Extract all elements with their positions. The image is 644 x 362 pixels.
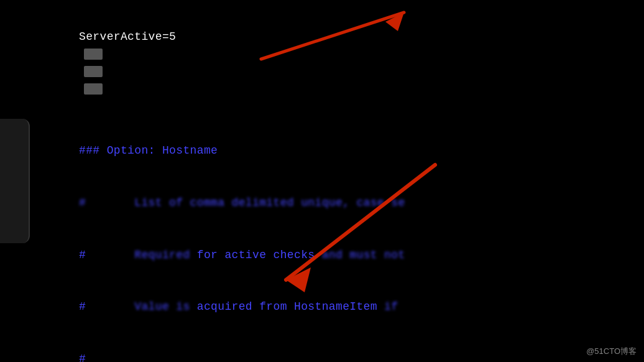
- value-text: # Value is acquired from HostnameItem if: [79, 300, 398, 313]
- required-text: # Required for active checks and must no…: [79, 249, 405, 261]
- redact-block-1: [84, 49, 103, 60]
- code-line-required: # Required for active checks and must no…: [37, 230, 644, 282]
- watermark: @51CTO博客: [586, 346, 637, 357]
- code-line-value: # Value is acquired from HostnameItem if: [37, 281, 644, 333]
- code-line-option-hostname: ### Option: Hostname: [37, 125, 644, 177]
- serveractive-text: ServerActive=5: [79, 30, 176, 43]
- code-line-hash: #: [37, 333, 644, 362]
- redact-block-3: [84, 83, 103, 95]
- main-screen: ServerActive=5 ### Option: Hostname # Li…: [0, 0, 644, 362]
- redact-block-2: [84, 66, 103, 77]
- hash-text: #: [79, 353, 86, 362]
- gap1: [37, 115, 644, 125]
- option-hostname-text: ### Option: Hostname: [79, 144, 218, 157]
- code-area: ServerActive=5 ### Option: Hostname # Li…: [37, 11, 644, 362]
- code-line-list: # List of comma delimited unique, case s…: [37, 177, 644, 230]
- list-text: # List of comma delimited unique, case s…: [79, 197, 405, 209]
- code-line-serveractive: ServerActive=5: [37, 11, 644, 115]
- left-handle: [0, 119, 30, 243]
